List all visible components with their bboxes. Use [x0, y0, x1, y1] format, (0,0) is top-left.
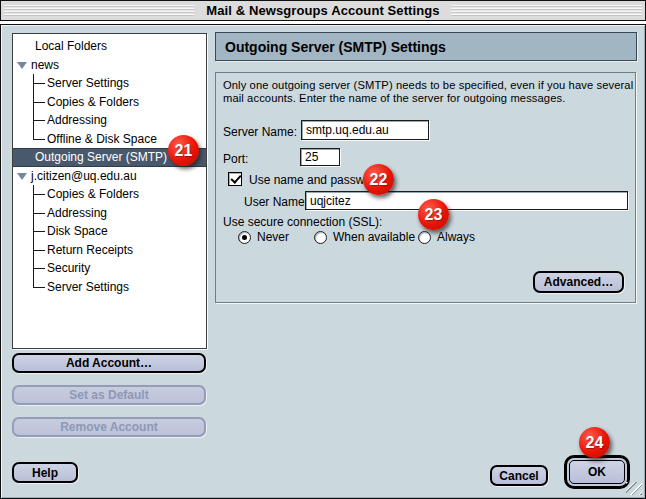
tree-item-label: Local Folders [35, 39, 107, 53]
tree-item-disk-space[interactable]: Disk Space [13, 222, 206, 241]
user-name-label: User Name: [244, 195, 308, 209]
title-bar[interactable]: Mail & Newsgroups Account Settings [0, 0, 646, 21]
description-line-1: Only one outgoing server (SMTP) needs to… [223, 79, 633, 92]
disclosure-triangle-icon[interactable] [17, 173, 27, 180]
callout-badge-23: 23 [418, 199, 449, 230]
help-button[interactable]: Help [12, 462, 78, 483]
tree-item-server-settings[interactable]: Server Settings [13, 74, 206, 93]
ssl-radio-never[interactable]: Never [238, 230, 289, 244]
tree-item-jcitizen-account[interactable]: j.citizen@uq.edu.au [13, 167, 206, 186]
radio-selected-icon [238, 231, 251, 244]
tree-item-return-receipts[interactable]: Return Receipts [13, 241, 206, 260]
tree-item-label: j.citizen@uq.edu.au [31, 169, 137, 183]
callout-badge-24: 24 [579, 427, 610, 458]
tree-item-label: news [31, 58, 59, 72]
radio-label: Always [437, 230, 475, 244]
tree-item-security[interactable]: Security [13, 259, 206, 278]
tree-item-addressing[interactable]: Addressing [13, 111, 206, 130]
tree-item-label: Disk Space [47, 224, 108, 238]
tree-item-label: Offline & Disk Space [47, 132, 157, 146]
resize-grip-icon[interactable] [626, 482, 642, 495]
tree-item-label: Security [47, 261, 90, 275]
ssl-label: Use secure connection (SSL): [223, 215, 382, 229]
tree-item-copies-folders[interactable]: Copies & Folders [13, 93, 206, 112]
tree-item-local-folders[interactable]: Local Folders [13, 37, 206, 56]
tree-item-label: Server Settings [47, 76, 129, 90]
add-account-button[interactable]: Add Account… [12, 353, 206, 373]
tree-item-label: Outgoing Server (SMTP) [35, 150, 167, 164]
disclosure-triangle-icon[interactable] [17, 62, 27, 69]
callout-badge-22: 22 [363, 164, 394, 195]
tree-item-label: Server Settings [47, 280, 129, 294]
remove-account-button: Remove Account [12, 417, 206, 437]
panel-heading: Outgoing Server (SMTP) Settings [215, 32, 637, 61]
server-name-input[interactable] [301, 120, 429, 140]
use-name-password-checkbox[interactable] [228, 172, 242, 186]
tree-item-server-settings-2[interactable]: Server Settings [13, 278, 206, 297]
tree-item-label: Return Receipts [47, 243, 133, 257]
user-name-input[interactable] [305, 191, 628, 210]
server-name-label: Server Name: [223, 125, 297, 139]
tree-item-news[interactable]: news [13, 56, 206, 75]
cancel-button[interactable]: Cancel [490, 465, 548, 486]
ok-button[interactable]: OK [569, 460, 625, 484]
tree-item-copies-folders-2[interactable]: Copies & Folders [13, 185, 206, 204]
set-as-default-button: Set as Default [12, 385, 206, 405]
port-label: Port: [223, 152, 248, 166]
account-settings-dialog: Mail & Newsgroups Account Settings Local… [0, 0, 646, 499]
dialog-body: Local Folders news Server Settings Copie… [0, 24, 646, 499]
tree-item-label: Copies & Folders [47, 95, 139, 109]
account-tree: Local Folders news Server Settings Copie… [12, 33, 207, 349]
port-input[interactable] [300, 148, 340, 166]
tree-item-label: Addressing [47, 206, 107, 220]
ok-default-ring: OK [564, 455, 630, 489]
callout-badge-21: 21 [168, 135, 199, 166]
description-line-2: mail accounts. Enter the name of the ser… [223, 92, 565, 105]
radio-label: When available [333, 230, 415, 244]
ssl-radio-when-available[interactable]: When available [314, 230, 415, 244]
ssl-radio-always[interactable]: Always [418, 230, 475, 244]
radio-label: Never [257, 230, 289, 244]
radio-icon [314, 231, 327, 244]
advanced-button[interactable]: Advanced… [533, 271, 624, 293]
tree-item-addressing-2[interactable]: Addressing [13, 204, 206, 223]
tree-item-label: Addressing [47, 113, 107, 127]
radio-icon [418, 231, 431, 244]
window-title: Mail & Newsgroups Account Settings [194, 1, 451, 20]
use-name-password-label: Use name and password [249, 173, 382, 187]
smtp-settings-group: Only one outgoing server (SMTP) needs to… [215, 72, 636, 303]
tree-item-label: Copies & Folders [47, 187, 139, 201]
